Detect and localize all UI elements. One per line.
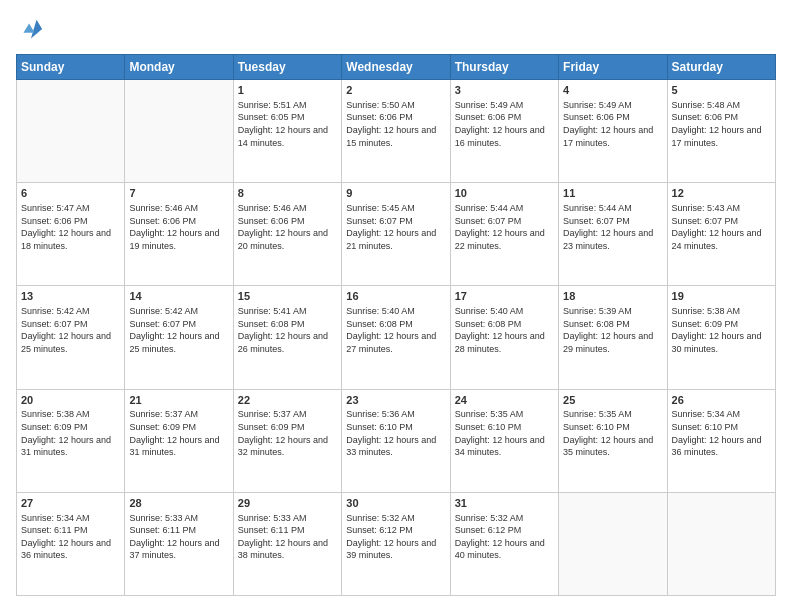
day-number: 11 [563, 186, 662, 201]
calendar-week-row: 13Sunrise: 5:42 AM Sunset: 6:07 PM Dayli… [17, 286, 776, 389]
calendar-cell: 4Sunrise: 5:49 AM Sunset: 6:06 PM Daylig… [559, 80, 667, 183]
calendar-cell: 31Sunrise: 5:32 AM Sunset: 6:12 PM Dayli… [450, 492, 558, 595]
calendar-cell: 12Sunrise: 5:43 AM Sunset: 6:07 PM Dayli… [667, 183, 775, 286]
calendar-cell: 30Sunrise: 5:32 AM Sunset: 6:12 PM Dayli… [342, 492, 450, 595]
calendar-week-row: 6Sunrise: 5:47 AM Sunset: 6:06 PM Daylig… [17, 183, 776, 286]
calendar-cell [17, 80, 125, 183]
day-info: Sunrise: 5:32 AM Sunset: 6:12 PM Dayligh… [346, 512, 445, 562]
day-info: Sunrise: 5:40 AM Sunset: 6:08 PM Dayligh… [455, 305, 554, 355]
calendar-cell: 10Sunrise: 5:44 AM Sunset: 6:07 PM Dayli… [450, 183, 558, 286]
day-number: 27 [21, 496, 120, 511]
calendar-cell: 26Sunrise: 5:34 AM Sunset: 6:10 PM Dayli… [667, 389, 775, 492]
calendar-cell: 21Sunrise: 5:37 AM Sunset: 6:09 PM Dayli… [125, 389, 233, 492]
calendar-cell: 14Sunrise: 5:42 AM Sunset: 6:07 PM Dayli… [125, 286, 233, 389]
day-info: Sunrise: 5:38 AM Sunset: 6:09 PM Dayligh… [672, 305, 771, 355]
day-info: Sunrise: 5:32 AM Sunset: 6:12 PM Dayligh… [455, 512, 554, 562]
day-number: 12 [672, 186, 771, 201]
calendar-cell: 20Sunrise: 5:38 AM Sunset: 6:09 PM Dayli… [17, 389, 125, 492]
day-number: 29 [238, 496, 337, 511]
day-number: 19 [672, 289, 771, 304]
day-info: Sunrise: 5:41 AM Sunset: 6:08 PM Dayligh… [238, 305, 337, 355]
day-info: Sunrise: 5:44 AM Sunset: 6:07 PM Dayligh… [455, 202, 554, 252]
calendar-cell: 2Sunrise: 5:50 AM Sunset: 6:06 PM Daylig… [342, 80, 450, 183]
calendar-cell: 13Sunrise: 5:42 AM Sunset: 6:07 PM Dayli… [17, 286, 125, 389]
day-number: 10 [455, 186, 554, 201]
logo-icon [16, 16, 44, 44]
day-number: 17 [455, 289, 554, 304]
day-number: 6 [21, 186, 120, 201]
calendar-cell [667, 492, 775, 595]
day-info: Sunrise: 5:47 AM Sunset: 6:06 PM Dayligh… [21, 202, 120, 252]
calendar-cell [125, 80, 233, 183]
calendar-week-row: 27Sunrise: 5:34 AM Sunset: 6:11 PM Dayli… [17, 492, 776, 595]
calendar-cell: 17Sunrise: 5:40 AM Sunset: 6:08 PM Dayli… [450, 286, 558, 389]
weekday-header: Monday [125, 55, 233, 80]
day-number: 8 [238, 186, 337, 201]
day-info: Sunrise: 5:43 AM Sunset: 6:07 PM Dayligh… [672, 202, 771, 252]
day-info: Sunrise: 5:48 AM Sunset: 6:06 PM Dayligh… [672, 99, 771, 149]
day-info: Sunrise: 5:37 AM Sunset: 6:09 PM Dayligh… [238, 408, 337, 458]
day-number: 23 [346, 393, 445, 408]
day-info: Sunrise: 5:39 AM Sunset: 6:08 PM Dayligh… [563, 305, 662, 355]
day-info: Sunrise: 5:36 AM Sunset: 6:10 PM Dayligh… [346, 408, 445, 458]
day-number: 1 [238, 83, 337, 98]
weekday-header: Friday [559, 55, 667, 80]
calendar-week-row: 1Sunrise: 5:51 AM Sunset: 6:05 PM Daylig… [17, 80, 776, 183]
day-number: 30 [346, 496, 445, 511]
weekday-header: Sunday [17, 55, 125, 80]
day-info: Sunrise: 5:44 AM Sunset: 6:07 PM Dayligh… [563, 202, 662, 252]
day-info: Sunrise: 5:33 AM Sunset: 6:11 PM Dayligh… [129, 512, 228, 562]
header [16, 16, 776, 44]
day-info: Sunrise: 5:46 AM Sunset: 6:06 PM Dayligh… [129, 202, 228, 252]
calendar-cell: 8Sunrise: 5:46 AM Sunset: 6:06 PM Daylig… [233, 183, 341, 286]
calendar-cell: 16Sunrise: 5:40 AM Sunset: 6:08 PM Dayli… [342, 286, 450, 389]
day-number: 14 [129, 289, 228, 304]
day-number: 9 [346, 186, 445, 201]
calendar-cell: 11Sunrise: 5:44 AM Sunset: 6:07 PM Dayli… [559, 183, 667, 286]
day-number: 28 [129, 496, 228, 511]
weekday-header: Thursday [450, 55, 558, 80]
calendar-cell: 25Sunrise: 5:35 AM Sunset: 6:10 PM Dayli… [559, 389, 667, 492]
calendar-cell: 15Sunrise: 5:41 AM Sunset: 6:08 PM Dayli… [233, 286, 341, 389]
day-number: 15 [238, 289, 337, 304]
calendar-cell: 1Sunrise: 5:51 AM Sunset: 6:05 PM Daylig… [233, 80, 341, 183]
svg-marker-0 [31, 20, 42, 39]
calendar-cell: 27Sunrise: 5:34 AM Sunset: 6:11 PM Dayli… [17, 492, 125, 595]
calendar-cell: 6Sunrise: 5:47 AM Sunset: 6:06 PM Daylig… [17, 183, 125, 286]
logo [16, 16, 48, 44]
calendar-cell: 22Sunrise: 5:37 AM Sunset: 6:09 PM Dayli… [233, 389, 341, 492]
day-number: 24 [455, 393, 554, 408]
day-info: Sunrise: 5:49 AM Sunset: 6:06 PM Dayligh… [455, 99, 554, 149]
day-number: 7 [129, 186, 228, 201]
day-number: 20 [21, 393, 120, 408]
day-info: Sunrise: 5:34 AM Sunset: 6:10 PM Dayligh… [672, 408, 771, 458]
day-info: Sunrise: 5:50 AM Sunset: 6:06 PM Dayligh… [346, 99, 445, 149]
day-number: 4 [563, 83, 662, 98]
day-info: Sunrise: 5:42 AM Sunset: 6:07 PM Dayligh… [129, 305, 228, 355]
day-info: Sunrise: 5:38 AM Sunset: 6:09 PM Dayligh… [21, 408, 120, 458]
day-number: 13 [21, 289, 120, 304]
day-info: Sunrise: 5:33 AM Sunset: 6:11 PM Dayligh… [238, 512, 337, 562]
day-info: Sunrise: 5:35 AM Sunset: 6:10 PM Dayligh… [455, 408, 554, 458]
calendar-table: SundayMondayTuesdayWednesdayThursdayFrid… [16, 54, 776, 596]
weekday-header: Saturday [667, 55, 775, 80]
calendar-cell [559, 492, 667, 595]
day-number: 2 [346, 83, 445, 98]
weekday-header: Tuesday [233, 55, 341, 80]
calendar-cell: 23Sunrise: 5:36 AM Sunset: 6:10 PM Dayli… [342, 389, 450, 492]
day-info: Sunrise: 5:34 AM Sunset: 6:11 PM Dayligh… [21, 512, 120, 562]
day-number: 5 [672, 83, 771, 98]
day-info: Sunrise: 5:49 AM Sunset: 6:06 PM Dayligh… [563, 99, 662, 149]
day-info: Sunrise: 5:45 AM Sunset: 6:07 PM Dayligh… [346, 202, 445, 252]
day-number: 18 [563, 289, 662, 304]
day-info: Sunrise: 5:46 AM Sunset: 6:06 PM Dayligh… [238, 202, 337, 252]
calendar-cell: 24Sunrise: 5:35 AM Sunset: 6:10 PM Dayli… [450, 389, 558, 492]
day-number: 21 [129, 393, 228, 408]
weekday-header: Wednesday [342, 55, 450, 80]
day-info: Sunrise: 5:40 AM Sunset: 6:08 PM Dayligh… [346, 305, 445, 355]
day-info: Sunrise: 5:35 AM Sunset: 6:10 PM Dayligh… [563, 408, 662, 458]
calendar-cell: 3Sunrise: 5:49 AM Sunset: 6:06 PM Daylig… [450, 80, 558, 183]
page: SundayMondayTuesdayWednesdayThursdayFrid… [0, 0, 792, 612]
svg-marker-1 [23, 23, 34, 32]
day-number: 16 [346, 289, 445, 304]
